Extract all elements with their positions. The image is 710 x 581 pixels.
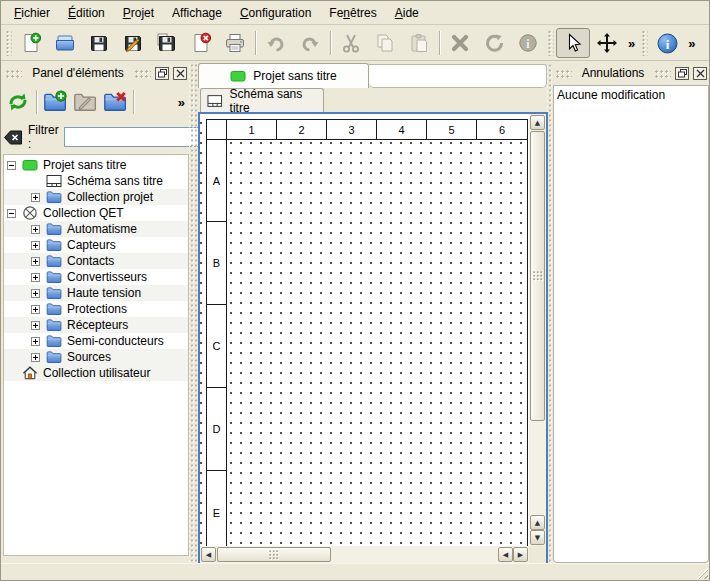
save-as-button[interactable] xyxy=(116,28,150,58)
horizontal-scrollbar[interactable] xyxy=(200,546,529,563)
elements-panel-titlebar[interactable]: Panel d'éléments xyxy=(3,63,189,83)
left-splitter[interactable] xyxy=(189,63,197,562)
vertical-scrollbar[interactable] xyxy=(529,114,546,546)
menu-fichier[interactable]: Fichier xyxy=(5,2,59,24)
panel-toolbar-overflow-button[interactable]: » xyxy=(174,95,189,110)
expand-expander[interactable] xyxy=(31,225,40,234)
toolbar-separator xyxy=(330,31,331,55)
undo-panel-title: Annulations xyxy=(576,66,651,80)
menu-aide[interactable]: Aide xyxy=(386,2,428,24)
delete-category-button[interactable] xyxy=(100,87,130,117)
paste-icon xyxy=(408,32,430,54)
scroll-right-button[interactable] xyxy=(513,547,528,562)
float-panel-button[interactable] xyxy=(155,67,169,80)
delete-button[interactable] xyxy=(443,28,477,58)
home-icon xyxy=(21,365,38,381)
close-file-button[interactable] xyxy=(184,28,218,58)
paste-button[interactable] xyxy=(402,28,436,58)
copy-button[interactable] xyxy=(368,28,402,58)
scroll-left-button-right[interactable] xyxy=(498,547,513,562)
element-info-button[interactable]: i xyxy=(511,28,545,58)
tree-item-projet-sans-titre[interactable]: Projet sans titre xyxy=(4,157,188,173)
collapse-expander[interactable] xyxy=(7,209,16,218)
expand-expander[interactable] xyxy=(31,257,40,266)
expand-expander[interactable] xyxy=(31,273,40,282)
toolbar-drag-handle[interactable] xyxy=(5,30,12,56)
project-tab[interactable]: Projet sans titre xyxy=(198,63,369,88)
expand-expander[interactable] xyxy=(31,353,40,362)
tree-item-semi-conducteurs[interactable]: Semi-conducteurs xyxy=(4,333,188,349)
close-panel-button[interactable] xyxy=(173,67,187,80)
rotate-button[interactable] xyxy=(477,28,511,58)
select-tool-button[interactable] xyxy=(556,28,590,58)
float-panel-button[interactable] xyxy=(675,67,689,80)
toolbar-overflow-button[interactable]: » xyxy=(684,36,699,51)
scroll-up-button[interactable] xyxy=(530,115,545,130)
folder-icon xyxy=(45,317,62,333)
filter-label: Filtrer : xyxy=(28,123,59,151)
menu-configuration[interactable]: Configuration xyxy=(231,2,320,24)
undo-panel-titlebar[interactable]: Annulations xyxy=(553,63,709,83)
undo-button[interactable] xyxy=(259,28,293,58)
undo-list-item[interactable]: Aucune modification xyxy=(554,86,708,103)
move-tool-button[interactable] xyxy=(590,28,624,58)
reload-collections-icon xyxy=(6,90,30,114)
expand-expander[interactable] xyxy=(31,305,40,314)
tree-item-collection-qet[interactable]: Collection QET xyxy=(4,205,188,221)
close-panel-button[interactable] xyxy=(693,67,707,80)
expand-expander[interactable] xyxy=(31,289,40,298)
save-all-button[interactable] xyxy=(150,28,184,58)
tree-item-automatisme[interactable]: Automatisme xyxy=(4,221,188,237)
redo-button[interactable] xyxy=(293,28,327,58)
tree-item-recepteurs[interactable]: Récepteurs xyxy=(4,317,188,333)
toolbar-drag-handle[interactable] xyxy=(641,30,648,56)
expand-expander[interactable] xyxy=(31,337,40,346)
menu-projet[interactable]: Projet xyxy=(114,2,163,24)
folder-icon xyxy=(45,349,62,365)
frame-row-header: E xyxy=(207,471,227,546)
print-icon xyxy=(224,32,246,54)
expand-expander[interactable] xyxy=(31,193,40,202)
horizontal-scrollbar-thumb[interactable] xyxy=(217,547,331,562)
print-button[interactable] xyxy=(218,28,252,58)
tree-item-collection-projet[interactable]: Collection projet xyxy=(4,189,188,205)
menu-affichage[interactable]: Affichage xyxy=(163,2,231,24)
scroll-left-button[interactable] xyxy=(201,547,216,562)
scroll-down-button[interactable] xyxy=(530,530,545,545)
edit-category-button[interactable] xyxy=(70,87,100,117)
vertical-scrollbar-thumb[interactable] xyxy=(530,131,545,421)
reload-collections-button[interactable] xyxy=(3,87,33,117)
menu-fenetres[interactable]: Fenêtres xyxy=(320,2,385,24)
scroll-up-button-bottom[interactable] xyxy=(530,515,545,530)
cut-button[interactable] xyxy=(334,28,368,58)
collapse-expander[interactable] xyxy=(7,161,16,170)
expand-expander[interactable] xyxy=(31,321,40,330)
toolbar-drag-handle[interactable] xyxy=(547,30,554,56)
new-document-button[interactable] xyxy=(14,28,48,58)
open-project-button[interactable] xyxy=(48,28,82,58)
tree-item-collection-utilisateur[interactable]: Collection utilisateur xyxy=(4,365,188,381)
tree-item-convertisseurs[interactable]: Convertisseurs xyxy=(4,269,188,285)
clear-filter-button[interactable] xyxy=(3,128,23,146)
undo-history-list[interactable]: Aucune modification xyxy=(553,85,709,563)
save-button[interactable] xyxy=(82,28,116,58)
expand-expander[interactable] xyxy=(31,241,40,250)
resize-grip[interactable] xyxy=(694,565,708,579)
menu-edition[interactable]: Édition xyxy=(59,2,114,24)
about-info-button[interactable]: i xyxy=(650,28,684,58)
schema-tab[interactable]: Schéma sans titre xyxy=(200,88,324,112)
tree-item-capteurs[interactable]: Capteurs xyxy=(4,237,188,253)
tree-item-protections[interactable]: Protections xyxy=(4,301,188,317)
delete-category-icon xyxy=(103,90,127,114)
schema-canvas[interactable]: 1 2 3 4 5 6 A B C D E xyxy=(200,114,529,546)
folder-icon xyxy=(45,301,62,317)
tree-item-sources[interactable]: Sources xyxy=(4,349,188,365)
elements-panel-toolbar: » xyxy=(3,86,189,118)
toolbar-overflow-button[interactable]: » xyxy=(624,36,639,51)
tree-item-schema-sans-titre[interactable]: Schéma sans titre xyxy=(4,173,188,189)
tree-item-haute-tension[interactable]: Haute tension xyxy=(4,285,188,301)
new-category-button[interactable] xyxy=(40,87,70,117)
open-project-icon xyxy=(54,32,76,54)
tree-item-contacts[interactable]: Contacts xyxy=(4,253,188,269)
undo-icon xyxy=(265,32,287,54)
